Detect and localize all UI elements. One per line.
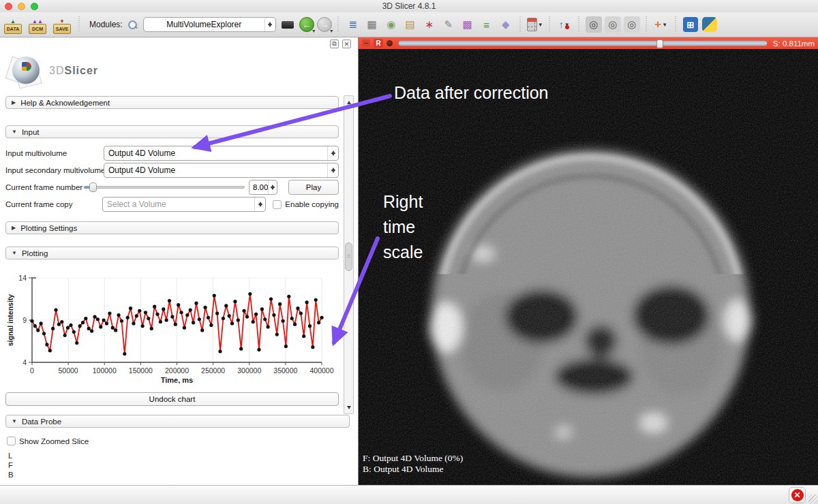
svg-text:350000: 350000 [273,366,297,375]
error-log-close-button[interactable]: ✕ [789,487,806,503]
svg-text:200000: 200000 [165,366,189,375]
mesh-sphere-icon[interactable]: ◉ [383,16,399,33]
input-multivolume-label: Input multivolume [5,149,104,157]
slice-slider-handle[interactable] [656,40,663,48]
svg-text:400000: 400000 [309,366,333,375]
slice-overlay-line: F: Output 4D Volume (0%) [363,453,463,464]
crosshair-icon[interactable]: +▼ [653,16,669,33]
slice-pin-icon[interactable] [387,40,393,46]
scene-view-camera-icon[interactable]: ◎ [605,16,621,33]
dicom-button[interactable]: ▲▲DCM [27,15,48,34]
play-button[interactable]: Play [288,180,339,195]
probe-layer-lines: LFB [8,451,358,479]
slicer-window: 3D Slicer 4.8.1 ▲DATA▲▲DCM▼SAVE Modules:… [0,0,818,504]
panel-scrollbar[interactable] [344,95,354,414]
toolbar-separator [337,16,340,33]
svg-text:250000: 250000 [201,366,225,375]
collapsed-arrow-icon: ▶ [12,225,16,231]
intensity-chart[interactable]: 0500001000001500002000002500003000003500… [5,271,344,388]
undock-panel-icon[interactable]: ⧉ [330,40,339,48]
mri-slice-image[interactable]: F: Output 4D Volume (0%)B: Output 4D Vol… [359,49,818,485]
python-console-icon[interactable] [701,16,718,33]
screenshot-camera-icon[interactable]: ◎ [586,16,602,33]
expanded-arrow-icon: ▼ [12,418,17,424]
spinbox-arrows-icon[interactable] [268,180,277,194]
scrollbar-handle[interactable] [345,242,352,271]
slice-offset-slider[interactable] [398,40,768,46]
svg-text:0: 0 [30,366,34,375]
toolbar-separator [577,16,581,33]
slice-orientation-badge[interactable]: R [374,39,383,48]
annotations-pencil-icon[interactable]: ✎ [440,16,457,33]
input-secondary-selector[interactable]: Output 4D Volume [104,163,339,178]
slice-corner-annotation: F: Output 4D Volume (0%)B: Output 4D Vol… [363,453,463,475]
svg-text:4: 4 [22,358,27,366]
status-bar: ✕ [0,485,818,504]
subject-hierarchy-icon[interactable]: ≣ [345,16,361,33]
undock-chart-button[interactable]: Undock chart [5,392,339,406]
enable-copying-checkbox[interactable] [273,200,282,209]
section-help-acknowledgement[interactable]: ▶ Help & Acknowledgement [5,96,339,109]
module-shortcuts: ≣▦◉▤∗✎▩≡◆▼↑▼◎◎◎+▼⊞ [345,16,718,33]
save-button[interactable]: ▼SAVE [52,15,72,34]
colors-icon[interactable]: ▩ [459,16,476,33]
frame-number-row: Current frame number 8.00 Play [5,180,339,195]
toolbar-separator [674,16,678,33]
toolbar-separator [548,16,551,33]
input-multivolume-selector[interactable]: Output 4D Volume [104,146,339,161]
module-panel: ⧉ ✕ 3DSlicer ▶ Help & Acknowledgement ▼ [0,37,359,485]
frame-number-slider[interactable] [84,180,245,195]
frame-copy-selector[interactable]: Select a Volume [102,197,266,212]
load-data-button[interactable]: ▲DATA [3,15,23,34]
section-data-probe[interactable]: ▼ Data Probe [5,415,350,428]
scene-view-settings-icon[interactable]: ◎ [624,16,640,33]
file-toolbar: ▲DATA▲▲DCM▼SAVE [3,15,72,34]
probe-layer-label: F [8,460,358,470]
enable-copying-label: Enable copying [285,200,339,208]
module-selector-value: MultiVolumeExplorer [144,20,264,29]
combo-arrows-icon [264,18,275,31]
collapse-slice-bar-button[interactable]: – [362,40,370,47]
module-history-icon[interactable] [282,21,294,29]
section-plotting-settings[interactable]: ▶ Plotting Settings [5,221,339,234]
close-icon: ✕ [791,489,804,501]
resize-grip[interactable] [808,494,818,504]
svg-text:9: 9 [22,316,27,324]
dropdown-arrow-icon: ▼ [538,22,543,28]
toolbar-separator [77,16,80,33]
data-cube-icon[interactable]: ▦ [364,16,380,33]
combo-arrows-icon [327,146,338,160]
show-zoomed-slice-checkbox[interactable] [7,437,16,445]
frame-number-spinbox[interactable]: 8.00 [249,180,277,195]
module-forward-button[interactable]: →▼ [317,17,332,32]
folder-arrow-icon: ▲ [10,19,16,24]
mouse-interaction-icon[interactable]: ↑▼ [556,16,573,33]
extensions-puzzle-icon[interactable]: ◆ [498,16,514,33]
module-back-button[interactable]: ←▼ [299,17,314,32]
slicer-logo: 3DSlicer [7,52,358,89]
section-plotting[interactable]: ▼ Plotting [5,247,339,259]
slider-handle[interactable] [89,183,97,192]
frame-copy-row: Current frame copy Select a Volume Enabl… [5,197,339,212]
close-panel-icon[interactable]: ✕ [342,40,351,48]
scroll-up-icon[interactable] [344,96,353,105]
folder-label: DCM [29,24,46,34]
extensions-manager-icon[interactable]: ⊞ [682,16,699,33]
module-search-icon[interactable] [128,20,137,29]
layout-selector-icon[interactable]: ▼ [527,16,543,33]
module-checklist-icon[interactable]: ≡ [479,16,495,33]
window-title: 3D Slicer 4.8.1 [0,1,818,11]
show-zoomed-row: Show Zoomed Slice [7,437,358,445]
section-input[interactable]: ▼ Input [5,125,339,138]
slicer-logo-icon [7,52,45,89]
module-selector[interactable]: MultiVolumeExplorer [143,17,276,32]
scroll-down-icon[interactable] [344,405,353,413]
svg-text:100000: 100000 [93,366,117,375]
main-toolbar: ▲DATA▲▲DCM▼SAVE Modules: MultiVolumeExpl… [0,12,818,37]
volumes-icon[interactable]: ▤ [402,16,419,33]
input-secondary-row: Input secondary multivolume Output 4D Vo… [5,163,339,178]
svg-text:Time, ms: Time, ms [161,376,194,384]
input-multivolume-row: Input multivolume Output 4D Volume [5,146,339,161]
markups-icon[interactable]: ∗ [421,16,438,33]
slice-controller-bar: – R S: 0.811mm [359,37,818,49]
